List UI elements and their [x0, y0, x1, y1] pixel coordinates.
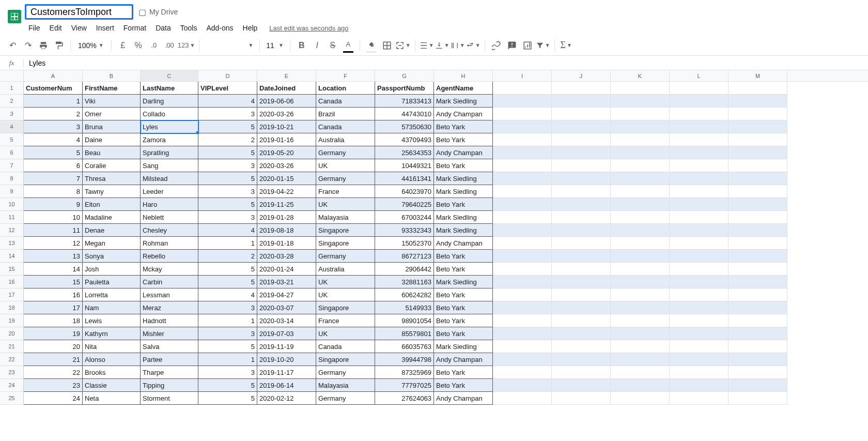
cell[interactable]: Andy Champan — [434, 108, 493, 120]
cell[interactable]: 3 — [198, 366, 257, 379]
cell[interactable]: Singapore — [316, 301, 375, 314]
redo-icon[interactable]: ↷ — [21, 38, 35, 53]
row-header-8[interactable]: 8 — [0, 172, 24, 185]
cell[interactable]: Mark Siedling — [434, 276, 493, 288]
cell[interactable]: 3 — [198, 211, 257, 224]
cell[interactable] — [611, 288, 670, 301]
cell[interactable] — [670, 82, 729, 95]
currency-icon[interactable]: £ — [116, 38, 130, 53]
cell[interactable]: UK — [316, 276, 375, 288]
cell[interactable] — [611, 146, 670, 159]
row-header-22[interactable]: 22 — [0, 353, 24, 366]
menu-insert[interactable]: Insert — [92, 23, 118, 33]
row-header-16[interactable]: 16 — [0, 276, 24, 288]
cell[interactable] — [729, 276, 787, 288]
cell[interactable]: 5149933 — [375, 301, 434, 314]
cell[interactable] — [729, 237, 787, 250]
row-header-25[interactable]: 25 — [0, 392, 24, 405]
cell[interactable]: Beto Yark — [434, 314, 493, 327]
cell[interactable] — [670, 263, 729, 276]
cell[interactable]: UK — [316, 327, 375, 340]
cell[interactable] — [493, 314, 552, 327]
row-header-9[interactable]: 9 — [0, 185, 24, 198]
cell[interactable]: Singapore — [316, 353, 375, 366]
cell[interactable]: 23 — [24, 379, 83, 392]
cell[interactable] — [670, 340, 729, 353]
cell[interactable] — [611, 95, 670, 108]
cell[interactable]: 2020-03-26 — [257, 108, 316, 120]
cell[interactable]: 19 — [24, 327, 83, 340]
cell[interactable] — [729, 340, 787, 353]
cell[interactable]: Milstead — [141, 172, 198, 185]
cell[interactable]: 2 — [24, 108, 83, 120]
cell[interactable]: Beto Yark — [434, 327, 493, 340]
menu-addons[interactable]: Add-ons — [203, 23, 237, 33]
cell[interactable] — [611, 108, 670, 120]
font-size-select[interactable]: 11▼ — [264, 41, 285, 50]
cell[interactable] — [552, 108, 611, 120]
cell[interactable]: Lewis — [83, 314, 141, 327]
formula-input[interactable] — [24, 59, 868, 67]
cell[interactable]: France — [316, 185, 375, 198]
cell[interactable]: Beau — [83, 146, 141, 159]
cell[interactable]: 2020-03-28 — [257, 250, 316, 263]
cell[interactable]: 5 — [198, 276, 257, 288]
cell[interactable]: Nita — [83, 340, 141, 353]
cell[interactable]: 85579801 — [375, 327, 434, 340]
cell[interactable]: 3 — [198, 108, 257, 120]
cell[interactable] — [493, 288, 552, 301]
cell[interactable]: 2019-05-20 — [257, 146, 316, 159]
menu-data[interactable]: Data — [152, 23, 175, 33]
cell[interactable]: 4 — [198, 224, 257, 237]
cell[interactable] — [670, 276, 729, 288]
cell[interactable]: Malayasia — [316, 379, 375, 392]
cell[interactable]: 2019-07-03 — [257, 327, 316, 340]
cell[interactable] — [729, 353, 787, 366]
cell[interactable]: PassportNumb — [375, 82, 434, 95]
cell[interactable] — [670, 353, 729, 366]
cell[interactable] — [670, 288, 729, 301]
cell[interactable]: Singapore — [316, 237, 375, 250]
cell[interactable] — [729, 392, 787, 405]
cell[interactable]: 4 — [198, 288, 257, 301]
cell[interactable]: Andy Champan — [434, 237, 493, 250]
cell[interactable]: Sonya — [83, 250, 141, 263]
cell[interactable]: Storment — [141, 392, 198, 405]
cell[interactable] — [493, 353, 552, 366]
cell[interactable]: Singapore — [316, 224, 375, 237]
cell[interactable] — [611, 366, 670, 379]
italic-icon[interactable]: I — [310, 38, 324, 53]
cell[interactable] — [611, 392, 670, 405]
cell[interactable]: 3 — [24, 120, 83, 133]
cell[interactable]: Mark Siedling — [434, 185, 493, 198]
row-header-2[interactable]: 2 — [0, 95, 24, 108]
cell[interactable]: Spratling — [141, 146, 198, 159]
cell[interactable]: Carbin — [141, 276, 198, 288]
cell[interactable]: Thresa — [83, 172, 141, 185]
cell[interactable]: 24 — [24, 392, 83, 405]
cell[interactable]: Haro — [141, 198, 198, 211]
cell[interactable]: Canada — [316, 95, 375, 108]
cell[interactable]: 25634353 — [375, 146, 434, 159]
cell[interactable]: 87325969 — [375, 366, 434, 379]
cell[interactable]: Beto Yark — [434, 120, 493, 133]
cell[interactable]: Pauletta — [83, 276, 141, 288]
row-header-19[interactable]: 19 — [0, 314, 24, 327]
cell[interactable]: 77797025 — [375, 379, 434, 392]
cell[interactable]: Andy Champan — [434, 353, 493, 366]
cell[interactable]: CustomerNum — [24, 82, 83, 95]
cell[interactable] — [611, 237, 670, 250]
cell[interactable]: 5 — [198, 392, 257, 405]
cell[interactable]: Germany — [316, 366, 375, 379]
cell[interactable] — [670, 159, 729, 172]
cell[interactable]: 12 — [24, 237, 83, 250]
column-header-D[interactable]: D — [198, 70, 257, 81]
row-header-5[interactable]: 5 — [0, 133, 24, 146]
cell[interactable] — [611, 159, 670, 172]
column-header-E[interactable]: E — [257, 70, 316, 81]
cell[interactable]: Tipping — [141, 379, 198, 392]
cell[interactable]: Lessman — [141, 288, 198, 301]
cell[interactable]: Australia — [316, 263, 375, 276]
cell[interactable]: 2019-01-28 — [257, 211, 316, 224]
cell[interactable] — [670, 95, 729, 108]
